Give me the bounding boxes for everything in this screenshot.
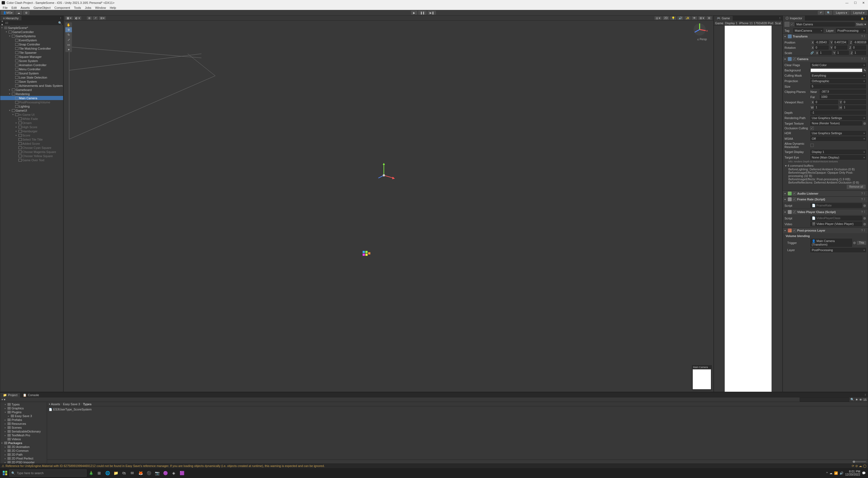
layer-dropdown[interactable]: PostProcessing xyxy=(836,28,866,33)
hierarchy-menu-icon[interactable]: ⠇ xyxy=(59,17,63,20)
scene-row[interactable]: ▾SampleScene* xyxy=(0,26,63,30)
videoplayer-script-header[interactable]: ▾ Video Player Class (Script) ?⠇ xyxy=(783,209,868,215)
videoplayer-enabled-checkbox[interactable] xyxy=(793,210,796,214)
hierarchy-item[interactable]: ▾Rendering xyxy=(0,92,63,96)
inspector-menu-icon[interactable]: 🔒 ⠇ xyxy=(860,17,868,20)
active-checkbox[interactable] xyxy=(790,23,794,26)
hierarchy-item[interactable]: Choose Magenta Square xyxy=(0,150,63,154)
local-toggle[interactable]: ↗ xyxy=(93,16,98,20)
project-folder[interactable]: ▸2D Path xyxy=(0,453,47,456)
scene-view-canvas[interactable] xyxy=(64,21,713,392)
console-tab[interactable]: 📋 Console xyxy=(20,393,41,397)
project-folder[interactable]: ▸2D PSD Importer xyxy=(0,460,47,464)
project-file[interactable]: 📄 ES3UserType_ScoreSystem xyxy=(48,408,867,411)
transform-component-header[interactable]: ▾ Transform ?⠇ xyxy=(783,34,868,39)
hierarchy-item[interactable]: Tile Spawner xyxy=(0,51,63,55)
gameobject-icon[interactable] xyxy=(784,22,789,27)
menu-edit[interactable]: Edit xyxy=(10,6,19,9)
audio-enabled-checkbox[interactable] xyxy=(793,192,796,195)
hand-tool[interactable]: ✋ xyxy=(65,22,72,27)
object-picker-icon[interactable]: ◎ xyxy=(863,204,866,207)
task-view-icon[interactable]: ⊞ xyxy=(95,469,103,477)
camera-enabled-checkbox[interactable] xyxy=(793,57,796,61)
hierarchy-item[interactable]: White Fade xyxy=(0,117,63,121)
tray-onedrive-icon[interactable]: ☁ xyxy=(830,471,833,475)
hierarchy-item[interactable]: Animation Controller xyxy=(0,63,63,67)
viewport-w[interactable]: 1 xyxy=(814,105,838,110)
occlusion-checkbox[interactable] xyxy=(810,126,814,130)
menu-jobs[interactable]: Jobs xyxy=(83,6,93,9)
background-color[interactable] xyxy=(810,68,863,72)
postprocess-enabled-checkbox[interactable] xyxy=(793,229,796,232)
taskbar-camera-icon[interactable]: 📷 xyxy=(153,469,161,477)
object-picker-icon[interactable]: ◎ xyxy=(863,222,866,226)
status-icon-4[interactable]: ◯ xyxy=(863,464,866,468)
menu-tools[interactable]: Tools xyxy=(72,6,83,9)
position-y[interactable]: 0.497234: xyxy=(833,40,848,44)
position-x[interactable]: -0.20543: xyxy=(814,40,829,44)
project-folder[interactable]: ▸Easy Save 3 xyxy=(0,414,47,418)
display-dropdown[interactable]: Display 1 xyxy=(725,22,737,25)
hidden-toggle[interactable]: 👁 xyxy=(692,16,697,20)
viewport-y[interactable]: 0 xyxy=(842,100,866,104)
hierarchy-item[interactable]: Square Manager xyxy=(0,55,63,59)
scale-tool[interactable]: ⤢ xyxy=(65,37,72,42)
grid-snap-button[interactable]: ⊞ ▾ xyxy=(99,16,106,20)
taskbar-vs-icon[interactable]: 🟪 xyxy=(178,469,186,477)
status-icon-3[interactable]: ☁ xyxy=(859,464,862,468)
trigger-field[interactable]: 👤 Main Camera (Transform) xyxy=(810,239,852,247)
project-folder[interactable]: ▸Prefabs xyxy=(0,418,47,422)
scale-z[interactable]: 1 xyxy=(853,51,866,55)
project-folder[interactable]: ▸2D Animation xyxy=(0,445,47,449)
inspector-tab[interactable]: ⓘ Inspector xyxy=(783,16,805,21)
draw-mode-dropdown[interactable]: ▦ ▾ xyxy=(65,16,73,20)
tag-dropdown[interactable]: MainCamera xyxy=(793,28,824,33)
hierarchy-search-input[interactable] xyxy=(5,22,58,25)
account-button[interactable]: 👤 MS ▾ xyxy=(1,11,14,14)
taskbar-explorer-icon[interactable]: 📁 xyxy=(112,469,120,477)
project-search-input[interactable] xyxy=(800,397,849,401)
close-button[interactable]: ✕ xyxy=(861,1,866,5)
tray-volume-icon[interactable]: 🔊 xyxy=(840,471,843,475)
eyedropper-icon[interactable]: ✎ xyxy=(864,69,866,72)
play-button[interactable]: ▶ xyxy=(411,11,417,14)
taskbar-firefox-icon[interactable]: 🦊 xyxy=(137,469,145,477)
menu-window[interactable]: Window xyxy=(93,6,107,9)
hierarchy-item[interactable]: Sound System xyxy=(0,71,63,75)
help-icon[interactable]: ? xyxy=(861,35,863,38)
project-folder[interactable]: ▸Scenes xyxy=(0,426,47,429)
camera-size-field[interactable]: 5 xyxy=(810,84,866,89)
hierarchy-item[interactable]: Snap Controller xyxy=(0,42,63,46)
hierarchy-item[interactable]: ▾GameUI xyxy=(0,108,63,113)
rotation-z[interactable]: 0 xyxy=(852,46,866,50)
component-menu-icon[interactable]: ⠇ xyxy=(864,35,866,38)
rotation-x[interactable]: 0 xyxy=(814,46,829,50)
target-eye-dropdown[interactable]: None (Main Display) xyxy=(810,155,866,159)
tray-chevron-icon[interactable]: ^ xyxy=(827,471,828,475)
tray-wifi-icon[interactable]: 📶 xyxy=(834,471,838,475)
postprocess-layer-dropdown[interactable]: PostProcessing xyxy=(810,248,866,252)
hierarchy-item[interactable]: Select Tile Title xyxy=(0,137,63,142)
clear-flags-dropdown[interactable]: Solid Color xyxy=(810,63,866,67)
hierarchy-item[interactable]: Main Camera xyxy=(0,96,63,100)
viewport-x[interactable]: 0 xyxy=(814,100,838,104)
postprocess-header[interactable]: ▾ Post-process Layer ?⠇ xyxy=(783,228,868,233)
hierarchy-item[interactable]: ▸Ornam xyxy=(0,121,63,125)
hdr-dropdown[interactable]: Use Graphics Settings xyxy=(810,131,866,136)
taskbar-edge-icon[interactable]: 🌐 xyxy=(103,469,111,477)
rect-tool[interactable]: ▭ xyxy=(65,42,72,47)
clip-near-field[interactable]: -387.9 xyxy=(820,90,866,94)
hierarchy-item[interactable]: Choose Yellow Square xyxy=(0,154,63,158)
cloud-button[interactable]: ☁ xyxy=(16,11,22,14)
clip-far-field[interactable]: 1000 xyxy=(820,95,866,99)
menu-help[interactable]: Help xyxy=(108,6,118,9)
project-folder[interactable]: ▸2D Pixel Perfect xyxy=(0,456,47,460)
step-button[interactable]: ▶❚ xyxy=(428,11,436,14)
light-toggle[interactable]: 💡 xyxy=(670,16,676,20)
dynres-checkbox[interactable] xyxy=(810,144,814,147)
project-folder[interactable]: ▾Types xyxy=(0,402,47,406)
framerate-enabled-checkbox[interactable] xyxy=(793,198,796,201)
object-name-field[interactable]: Main Camera xyxy=(795,22,855,27)
gizmos-dropdown[interactable]: ⊞ ▾ xyxy=(698,16,706,20)
hierarchy-item[interactable]: Achievements and Stats System xyxy=(0,84,63,88)
